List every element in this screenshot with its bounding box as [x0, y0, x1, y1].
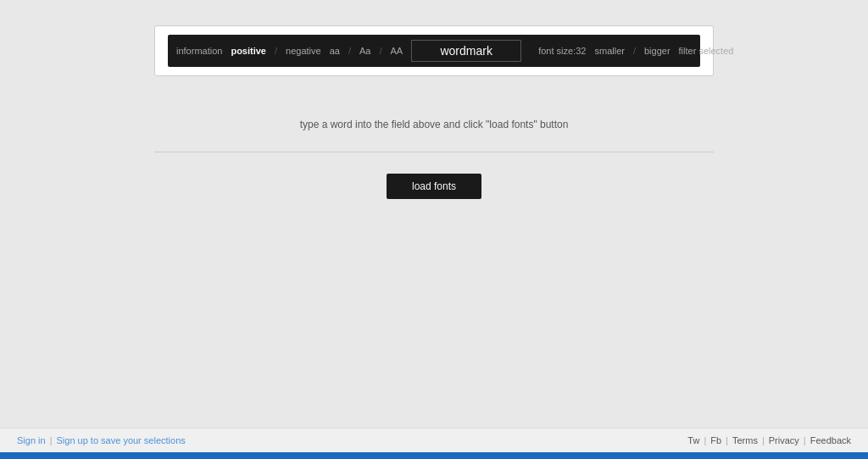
- case-aa[interactable]: aa: [330, 46, 340, 56]
- sign-in-link[interactable]: Sign in: [17, 435, 46, 445]
- footer-pipe-5: |: [804, 435, 806, 445]
- size-divider: /: [633, 46, 636, 56]
- bigger-link[interactable]: bigger: [644, 46, 670, 56]
- pos-neg-divider: /: [275, 46, 277, 56]
- footer: Sign in | Sign up to save your selection…: [0, 428, 868, 452]
- toolbar-wrapper: information positive / negative aa / Aa …: [154, 25, 714, 76]
- tw-link[interactable]: Tw: [687, 435, 699, 445]
- filter-selected-link[interactable]: filter selected: [679, 46, 734, 56]
- footer-pipe-3: |: [726, 435, 728, 445]
- footer-pipe-1: |: [50, 435, 53, 445]
- load-fonts-button[interactable]: load fonts: [387, 174, 481, 199]
- instruction-text: type a word into the field above and cli…: [300, 119, 569, 130]
- positive-link[interactable]: positive: [231, 46, 266, 56]
- fb-link[interactable]: Fb: [710, 435, 721, 445]
- case-divider1: /: [348, 46, 351, 56]
- footer-right: Tw | Fb | Terms | Privacy | Feedback: [687, 435, 851, 445]
- font-size-label: font size:32: [538, 46, 586, 56]
- feedback-link[interactable]: Feedback: [810, 435, 851, 445]
- section-divider: [154, 152, 714, 152]
- main-content: information positive / negative aa / Aa …: [0, 0, 868, 428]
- sign-up-link[interactable]: Sign up to save your selections: [57, 435, 186, 445]
- footer-pipe-2: |: [704, 435, 706, 445]
- wordmark-input[interactable]: [411, 40, 521, 62]
- case-divider2: /: [379, 46, 381, 56]
- toolbar: information positive / negative aa / Aa …: [168, 35, 700, 67]
- blue-bar: [0, 452, 868, 459]
- case-AA[interactable]: AA: [391, 46, 403, 56]
- footer-pipe-4: |: [762, 435, 765, 445]
- case-Aa[interactable]: Aa: [359, 46, 370, 56]
- privacy-link[interactable]: Privacy: [769, 435, 799, 445]
- footer-left: Sign in | Sign up to save your selection…: [17, 435, 186, 445]
- smaller-link[interactable]: smaller: [594, 46, 624, 56]
- negative-link[interactable]: negative: [286, 46, 321, 56]
- information-link[interactable]: information: [176, 46, 222, 56]
- terms-link[interactable]: Terms: [732, 435, 758, 445]
